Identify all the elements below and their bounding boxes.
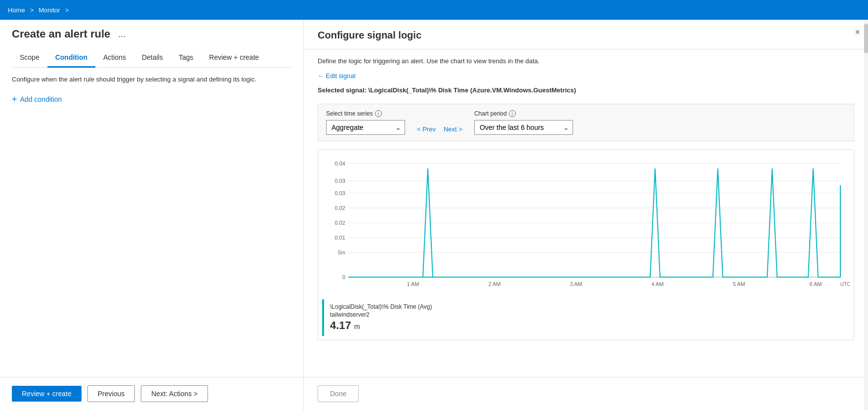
selected-signal-value: \LogicalDisk(_Total)\% Disk Time (Azure.…	[369, 86, 577, 94]
next-button[interactable]: Next >	[444, 125, 462, 133]
time-series-group: Select time series i Aggregate	[326, 110, 405, 135]
add-condition-button[interactable]: + Add condition	[12, 93, 62, 106]
time-series-info-icon[interactable]: i	[375, 110, 382, 117]
svg-text:2 AM: 2 AM	[488, 281, 500, 287]
close-button[interactable]: ×	[855, 28, 860, 37]
svg-text:0.04: 0.04	[335, 161, 345, 166]
svg-text:0.02: 0.02	[335, 205, 345, 211]
chart-period-select-wrapper: Over the last 6 hours	[474, 120, 573, 135]
breadcrumb-sep1: >	[30, 6, 34, 14]
right-panel: Configure signal logic × Define the logi…	[304, 20, 868, 410]
chart-period-group: Chart period i Over the last 6 hours	[474, 110, 573, 135]
review-create-button[interactable]: Review + create	[12, 386, 82, 402]
chart-period-info-icon[interactable]: i	[509, 110, 516, 117]
prev-next-group: < Prev Next >	[417, 125, 462, 135]
left-footer: Review + create Previous Next: Actions >	[0, 377, 303, 410]
tab-condition[interactable]: Condition	[47, 48, 95, 68]
page-title: Create an alert rule	[12, 28, 110, 41]
legend-value: 4.17 m	[330, 319, 432, 332]
legend-unit: m	[354, 323, 360, 330]
svg-text:0: 0	[342, 274, 345, 280]
time-series-label: Select time series	[326, 110, 373, 117]
breadcrumb-monitor[interactable]: Monitor	[39, 6, 60, 14]
tab-review-create[interactable]: Review + create	[201, 48, 267, 68]
breadcrumb-sep2: >	[65, 6, 69, 14]
legend-number: 4.17	[330, 319, 351, 331]
ellipsis-menu-button[interactable]: ...	[115, 28, 128, 41]
prev-button[interactable]: < Prev	[417, 125, 436, 133]
tab-actions[interactable]: Actions	[95, 48, 134, 68]
scrollbar-thumb	[864, 24, 868, 53]
left-content: Configure when the alert rule should tri…	[0, 68, 303, 377]
plus-icon: +	[12, 95, 17, 104]
add-condition-label: Add condition	[20, 95, 62, 103]
chart-period-select[interactable]: Over the last 6 hours	[474, 120, 573, 135]
tab-tags[interactable]: Tags	[171, 48, 202, 68]
chart-controls: Select time series i Aggregate < Prev Ne…	[318, 104, 854, 141]
legend-server: tailwindserver2	[330, 311, 432, 318]
svg-text:5m: 5m	[338, 249, 345, 255]
define-description: Define the logic for triggering an alert…	[318, 57, 854, 65]
chart-svg-wrapper: 0.04 0.03 0.03 0.02 0.02 0.01 5m 0	[322, 156, 850, 295]
next-actions-button[interactable]: Next: Actions >	[141, 385, 208, 402]
svg-text:0.01: 0.01	[335, 235, 345, 241]
tab-navigation: Scope Condition Actions Details Tags Rev…	[12, 48, 291, 68]
tab-details[interactable]: Details	[134, 48, 171, 68]
chart-legend: \LogicalDisk(_Total)\% Disk Time (Avg) t…	[322, 299, 850, 336]
condition-description: Configure when the alert rule should tri…	[12, 76, 291, 83]
selected-signal-text: Selected signal: \LogicalDisk(_Total)\% …	[318, 86, 854, 94]
time-series-select-wrapper: Aggregate	[326, 120, 405, 135]
legend-signal: \LogicalDisk(_Total)\% Disk Time (Avg)	[330, 303, 432, 310]
edit-signal-label: ← Edit signal	[318, 72, 356, 80]
svg-text:UTC-07:00: UTC-07:00	[840, 282, 850, 287]
done-button[interactable]: Done	[318, 385, 359, 402]
svg-text:6 AM: 6 AM	[809, 281, 822, 287]
tab-scope[interactable]: Scope	[12, 48, 47, 68]
left-panel: Create an alert rule ... Scope Condition…	[0, 20, 304, 410]
scrollbar-track	[864, 20, 868, 410]
edit-signal-link[interactable]: ← Edit signal	[318, 72, 356, 80]
svg-text:3 AM: 3 AM	[570, 281, 582, 287]
chart-area: 0.04 0.03 0.03 0.02 0.02 0.01 5m 0	[318, 149, 854, 340]
svg-text:0.02: 0.02	[335, 220, 345, 226]
svg-text:0.03: 0.03	[335, 178, 345, 184]
svg-text:5 AM: 5 AM	[733, 281, 745, 287]
panel-title: Configure signal logic	[318, 30, 854, 41]
chart-period-label: Chart period	[474, 110, 507, 117]
legend-text-group: \LogicalDisk(_Total)\% Disk Time (Avg) t…	[330, 303, 432, 332]
svg-text:4 AM: 4 AM	[651, 281, 663, 287]
previous-button[interactable]: Previous	[87, 385, 135, 402]
svg-text:0.03: 0.03	[335, 190, 345, 196]
breadcrumb-home[interactable]: Home	[8, 6, 25, 14]
time-series-select[interactable]: Aggregate	[326, 120, 405, 135]
selected-signal-label: Selected signal:	[318, 86, 367, 94]
svg-text:1 AM: 1 AM	[407, 281, 419, 287]
right-footer: Done	[304, 377, 868, 410]
